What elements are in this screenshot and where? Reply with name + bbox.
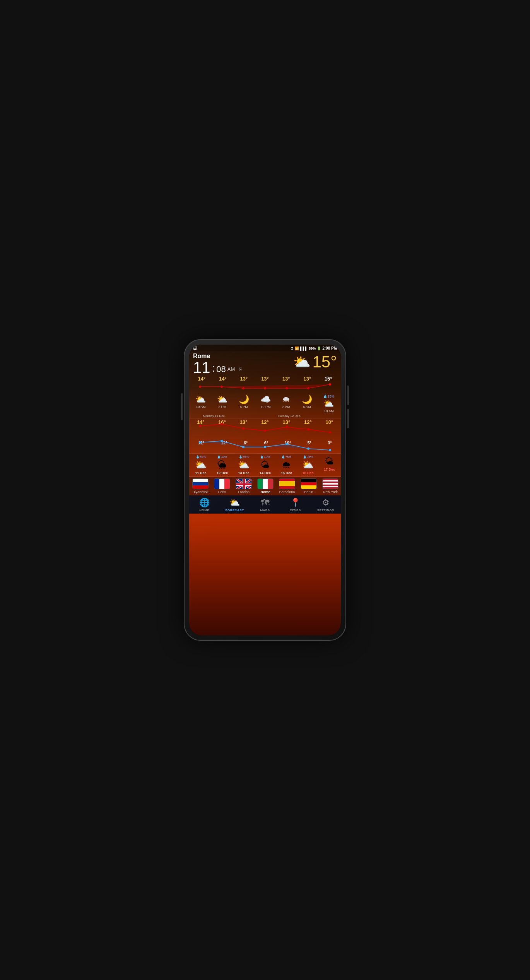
city-flag-newyork[interactable]: New York (320, 478, 341, 494)
status-left: 🖼 (193, 346, 197, 350)
volume-up-button[interactable] (347, 386, 349, 405)
day-icon-0: ⛅ (195, 459, 207, 470)
flag-italy (257, 478, 274, 489)
day-rain-4: 💧75% (281, 455, 291, 459)
city-flag-label-berlin: Berlin (304, 490, 313, 494)
status-time: 2:08 PM (322, 346, 337, 350)
hour-item-2: 🌙 6 PM (239, 394, 249, 413)
date-label-tue: Tuesday 12 Dec. (278, 414, 301, 418)
flag-russia (192, 478, 209, 489)
maps-icon: 🗺 (261, 498, 269, 508)
city-flag-london[interactable]: London (233, 478, 254, 494)
day-icon-4: 🌧 (282, 459, 291, 470)
daily-forecast-section: 💧50% ⛅ 11 Dec 💧40% 🌦 12 Dec 💧55% ⛅ 13 De… (189, 454, 341, 476)
day-label-1: 12 Dec (217, 471, 228, 475)
flag-usa (322, 478, 339, 489)
battery-percent: 89% (309, 347, 316, 350)
svg-point-10 (264, 430, 266, 432)
day-item-5[interactable]: 💧35% ⛅ 16 Dec (302, 455, 314, 475)
svg-point-16 (242, 446, 244, 448)
day-item-1[interactable]: 💧40% 🌦 12 Dec (217, 455, 228, 475)
city-time-block: Rome 11 : 08 AM ⎘ (193, 353, 242, 375)
cities-flags-row: Ulyanovsk Paris (189, 477, 341, 495)
hour-time-3: 10 PM (260, 405, 270, 409)
share-icon[interactable]: ⎘ (239, 366, 242, 375)
hour-item-0: ⛅ 10 AM (195, 394, 206, 413)
city-flag-label-barcelona: Barcelona (279, 490, 295, 494)
city-flag-rome[interactable]: Rome (255, 478, 276, 494)
time-minutes: 08 (216, 365, 226, 375)
power-button[interactable] (181, 393, 183, 420)
temp-2: 13° (240, 376, 248, 382)
nav-settings-label: SETTINGS (317, 509, 334, 512)
day-icon-5: ⛅ (302, 459, 314, 470)
day-rain-1: 💧40% (217, 455, 227, 459)
volume-down-button[interactable] (347, 409, 349, 428)
city-flag-label-newyork: New York (323, 490, 338, 494)
date-labels: Monday 11 Dec. Tuesday 12 Dec. (189, 414, 341, 418)
settings-icon: ⚙ (322, 498, 330, 508)
flag-spain (279, 478, 295, 489)
flag-france (214, 478, 230, 489)
mhigh-6: 10° (325, 419, 333, 425)
phone-device: 🖼 ⊙ 📶 ▌▌▌ 89% 🔋 2:08 PM Rome 11 : (184, 339, 346, 641)
day-rain-0: 💧50% (196, 455, 206, 459)
city-flag-paris[interactable]: Paris (212, 478, 233, 494)
date-label-mon: Monday 11 Dec. (203, 414, 226, 418)
hour-time-4: 2 AM (282, 405, 291, 409)
svg-point-19 (307, 447, 309, 450)
hour-item-5: 🌙 6 AM (302, 394, 312, 413)
day-icon-3: 🌤 (260, 459, 270, 470)
hour-icon-4: 🌧 (282, 394, 291, 405)
city-flag-label-rome: Rome (260, 490, 270, 494)
day-item-0[interactable]: 💧50% ⛅ 11 Dec (195, 455, 207, 475)
day-label-6: 17 Dec (324, 468, 335, 471)
nav-maps-label: MAPS (260, 509, 270, 512)
nav-home[interactable]: 🌐 HOME (195, 498, 214, 512)
nav-settings[interactable]: ⚙ SETTINGS (316, 498, 335, 512)
nav-maps[interactable]: 🗺 MAPS (255, 498, 275, 512)
mlow-5: 5° (307, 440, 311, 445)
current-weather-inner: ⛅ 15° (293, 353, 337, 371)
battery-icon: 🔋 (317, 347, 321, 350)
nav-forecast[interactable]: ⛅ FORECAST (225, 498, 244, 512)
nav-cities-label: CITIES (290, 509, 301, 512)
multiday-low-temps: 11° 12° 6° 6° 10° 5° 3° (189, 440, 341, 446)
day-item-3[interactable]: 💧10% 🌤 14 Dec (260, 455, 271, 475)
current-temp: 15° (312, 353, 337, 371)
day-item-6[interactable]: 🌤 17 Dec (324, 455, 335, 475)
city-flag-barcelona[interactable]: Barcelona (277, 478, 297, 494)
svg-point-1 (221, 386, 223, 388)
nav-cities[interactable]: 📍 CITIES (286, 498, 305, 512)
day-label-0: 11 Dec (195, 471, 206, 475)
phone-screen: 🖼 ⊙ 📶 ▌▌▌ 89% 🔋 2:08 PM Rome 11 : (189, 345, 341, 635)
day-item-2[interactable]: 💧55% ⛅ 13 Dec (238, 455, 250, 475)
forecast-icon: ⛅ (229, 498, 240, 508)
day-rain-3: 💧10% (260, 455, 270, 459)
hour-icon-0: ⛅ (195, 394, 206, 405)
mlow-1: 12° (221, 440, 227, 445)
city-flag-label-ulyanovsk: Ulyanovsk (192, 490, 209, 494)
city-flag-berlin[interactable]: Berlin (298, 478, 319, 494)
svg-point-0 (199, 386, 201, 388)
svg-point-13 (329, 431, 331, 434)
day-label-4: 15 Dec (281, 471, 292, 475)
svg-point-2 (242, 387, 244, 389)
hour-time-6: 10 AM (324, 409, 334, 413)
svg-point-5 (307, 387, 309, 389)
day-label-5: 16 Dec (302, 471, 313, 475)
hour-time-1: 2 PM (218, 405, 226, 409)
day-icon-1: 🌦 (217, 459, 227, 470)
svg-point-9 (242, 427, 244, 430)
mlow-0: 11° (198, 440, 205, 445)
app-screen: 🖼 ⊙ 📶 ▌▌▌ 89% 🔋 2:08 PM Rome 11 : (189, 345, 341, 635)
flag-uk (236, 478, 252, 489)
hour-icon-5: 🌙 (302, 394, 312, 405)
day-rain-2: 💧55% (239, 455, 249, 459)
hour-icon-6: ⛅ (323, 399, 334, 409)
city-flag-ulyanovsk[interactable]: Ulyanovsk (190, 478, 211, 494)
mhigh-4: 13° (283, 419, 291, 425)
hour-item-4: 🌧 2 AM (282, 394, 291, 413)
day-item-4[interactable]: 💧75% 🌧 15 Dec (281, 455, 292, 475)
temp-4: 13° (282, 376, 290, 382)
